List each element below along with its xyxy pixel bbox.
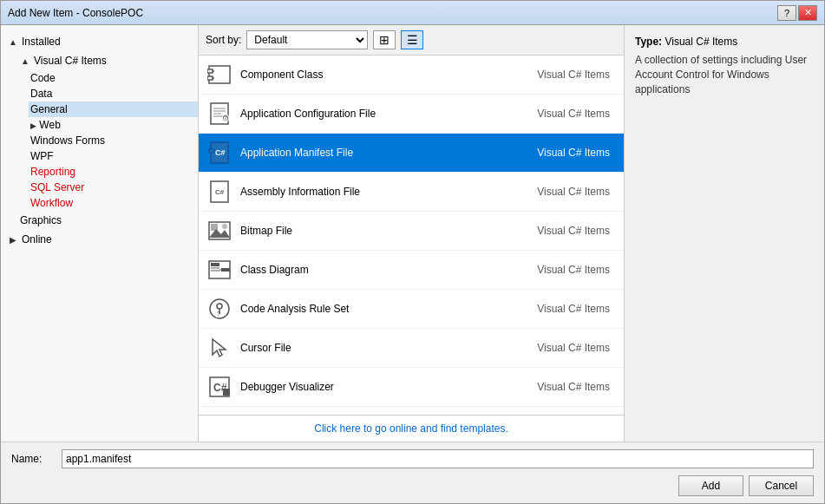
tree-general[interactable]: General: [29, 101, 198, 117]
sort-label: Sort by:: [206, 34, 241, 46]
type-value: Visual C# Items: [665, 36, 737, 48]
component-class-icon: [206, 61, 233, 88]
svg-text:C#: C#: [215, 148, 226, 157]
web-label: Web: [39, 119, 60, 131]
online-label: Online: [20, 233, 52, 245]
add-new-item-dialog: Add New Item - ConsolePOC ? ✕ ▲ Installe…: [0, 0, 825, 504]
component-class-type: Visual C# Items: [513, 69, 617, 81]
tree-online[interactable]: ▶ Online: [1, 230, 198, 249]
code-analysis-type: Visual C# Items: [513, 303, 617, 315]
tree-windows-forms[interactable]: Windows Forms: [29, 133, 198, 148]
svg-rect-23: [211, 267, 219, 269]
svg-rect-22: [211, 263, 219, 266]
svg-rect-24: [211, 270, 219, 272]
sql-server-label: SQL Server: [30, 181, 84, 193]
buttons-row: Add Cancel: [11, 475, 814, 496]
code-label: Code: [30, 72, 56, 84]
bitmap-name: Bitmap File: [240, 225, 513, 237]
title-bar-buttons: ? ✕: [777, 5, 817, 21]
component-class-name: Component Class: [240, 69, 513, 81]
cursor-type: Visual C# Items: [513, 342, 617, 354]
tree-visual-csharp[interactable]: ▲ Visual C# Items: [1, 51, 198, 70]
tree-section: ▲ Installed ▲ Visual C# Items Code: [1, 32, 198, 249]
item-icon-file[interactable]: Icon File Visual C# Items: [199, 407, 624, 415]
svg-rect-1: [207, 69, 213, 73]
data-label: Data: [30, 88, 52, 100]
debugger-viz-icon: C#: [206, 373, 233, 401]
item-debugger-viz[interactable]: C# Debugger Visualizer Visual C# Items: [199, 368, 624, 407]
app-manifest-icon: C#: [206, 139, 233, 167]
sort-select[interactable]: Default: [246, 30, 368, 49]
online-link-bar: Click here to go online and find templat…: [199, 415, 624, 442]
add-button[interactable]: Add: [678, 475, 743, 496]
svg-rect-2: [207, 76, 213, 80]
class-diagram-type: Visual C# Items: [513, 264, 617, 276]
cancel-button[interactable]: Cancel: [749, 475, 814, 496]
type-prefix: Type:: [635, 36, 662, 48]
tree-installed[interactable]: ▲ Installed: [1, 32, 198, 51]
svg-rect-18: [211, 224, 218, 231]
items-list[interactable]: Component Class Visual C# Items ⚙: [199, 56, 624, 415]
tree-web[interactable]: ▶ Web: [29, 117, 198, 133]
sort-bar: Sort by: Default ⊞ ☰: [199, 25, 624, 56]
tree-wpf[interactable]: WPF: [29, 148, 198, 164]
view-list-button[interactable]: ☰: [401, 30, 423, 49]
title-bar: Add New Item - ConsolePOC ? ✕: [1, 1, 824, 25]
name-input[interactable]: [62, 449, 814, 468]
left-panel: ▲ Installed ▲ Visual C# Items Code: [1, 25, 199, 442]
item-component-class[interactable]: Component Class Visual C# Items: [199, 56, 624, 95]
tree-workflow[interactable]: Workflow: [29, 195, 198, 211]
installed-arrow: ▲: [6, 37, 20, 47]
svg-text:?: ?: [217, 311, 220, 317]
item-assembly-info[interactable]: C# Assembly Information File Visual C# I…: [199, 173, 624, 212]
online-arrow: ▶: [6, 235, 20, 245]
list-icon: ☰: [407, 33, 418, 47]
app-manifest-type: Visual C# Items: [513, 147, 617, 159]
item-code-analysis[interactable]: ? Code Analysis Rule Set Visual C# Items: [199, 290, 624, 329]
center-panel: Sort by: Default ⊞ ☰: [199, 25, 625, 442]
svg-point-20: [222, 224, 227, 229]
tree-reporting[interactable]: Reporting: [29, 164, 198, 180]
view-grid-button[interactable]: ⊞: [373, 30, 396, 49]
app-config-icon: ⚙: [206, 100, 233, 128]
help-button[interactable]: ?: [777, 5, 796, 21]
class-diagram-name: Class Diagram: [240, 264, 513, 276]
tree-data[interactable]: Data: [29, 86, 198, 101]
item-bitmap[interactable]: Bitmap File Visual C# Items: [199, 212, 624, 251]
code-analysis-icon: ?: [206, 295, 233, 323]
debugger-viz-name: Debugger Visualizer: [240, 381, 513, 393]
app-manifest-name: Application Manifest File: [240, 147, 513, 159]
svg-rect-25: [221, 268, 230, 272]
class-diagram-icon: [206, 256, 233, 284]
csharp-label: Visual C# Items: [32, 55, 107, 67]
web-arrow: ▶: [30, 121, 36, 130]
main-content: ▲ Installed ▲ Visual C# Items Code: [1, 25, 824, 442]
item-class-diagram[interactable]: Class Diagram Visual C# Items: [199, 251, 624, 290]
item-app-manifest[interactable]: C# Application Manifest File Visual C# I…: [199, 134, 624, 173]
general-label: General: [30, 103, 68, 115]
name-row: Name:: [11, 449, 814, 468]
assembly-info-icon: C#: [206, 178, 233, 206]
bitmap-icon: [206, 217, 233, 245]
csharp-children: Code Data General ▶ Web Windows Forms: [1, 70, 198, 211]
close-button[interactable]: ✕: [798, 5, 817, 21]
assembly-info-type: Visual C# Items: [513, 186, 617, 198]
online-link[interactable]: Click here to go online and find templat…: [314, 422, 507, 435]
tree-code[interactable]: Code: [29, 70, 198, 86]
app-config-name: Application Configuration File: [240, 108, 513, 120]
svg-rect-34: [223, 389, 230, 396]
bitmap-type: Visual C# Items: [513, 225, 617, 237]
assembly-info-name: Assembly Information File: [240, 186, 513, 198]
tree-graphics[interactable]: Graphics: [1, 211, 198, 230]
type-label: Type: Visual C# Items: [635, 36, 814, 48]
workflow-label: Workflow: [30, 197, 73, 209]
item-app-config[interactable]: ⚙ Application Configuration File Visual …: [199, 95, 624, 134]
svg-rect-14: [209, 149, 214, 153]
reporting-label: Reporting: [30, 166, 75, 178]
tree-sql-server[interactable]: SQL Server: [29, 180, 198, 195]
right-panel: Type: Visual C# Items A collection of se…: [625, 25, 824, 442]
item-cursor[interactable]: Cursor File Visual C# Items: [199, 329, 624, 368]
installed-label: Installed: [20, 36, 61, 48]
wpf-label: WPF: [30, 150, 54, 162]
svg-text:C#: C#: [215, 188, 225, 196]
